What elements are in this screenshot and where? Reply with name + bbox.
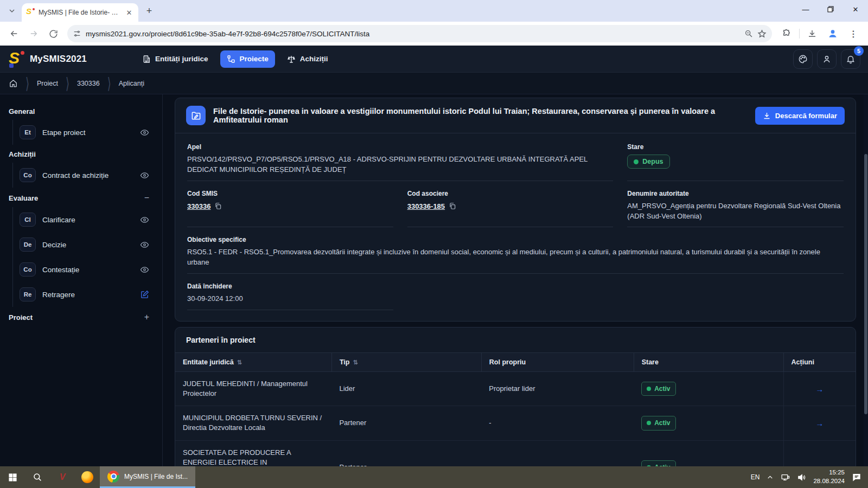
sidebar-item-contract-achizitie[interactable]: Co Contract de achiziție	[13, 163, 155, 188]
item-badge: Et	[20, 125, 36, 139]
open-partner-arrow[interactable]: →	[815, 419, 824, 428]
cell-rol: -	[481, 440, 634, 466]
nav-label: Achiziții	[300, 55, 328, 63]
taskbar-app-icon[interactable]: V	[50, 466, 75, 488]
data-inchidere-value: 30-09-2024 12:00	[187, 294, 393, 304]
action-center-icon[interactable]	[852, 472, 861, 482]
cod-smis-link[interactable]: 330336	[187, 202, 222, 210]
cod-asociere-link[interactable]: 330336-185	[407, 202, 456, 210]
browser-menu-icon[interactable]: ⋮	[844, 25, 863, 42]
tray-date: 28.08.2024	[813, 478, 845, 484]
download-form-button[interactable]: Descarcă formular	[755, 107, 845, 125]
sidebar-item-etape-proiect[interactable]: Et Etape proiect	[13, 120, 155, 145]
cell-entity: JUDETUL MEHEDINTI / Managementul Proiect…	[175, 371, 331, 406]
start-button[interactable]	[0, 466, 25, 488]
project-title: File de Istorie- punerea in valoare a ve…	[213, 107, 748, 124]
field-stare: Stare Depus	[627, 143, 844, 181]
address-bar[interactable]: mysmis2021.gov.ro/proiect/8d61c9be-35ab-…	[67, 25, 772, 42]
brand[interactable]: S MySMIS2021	[8, 50, 87, 68]
item-label: Etape proiect	[42, 129, 133, 137]
eye-icon[interactable]	[140, 128, 154, 137]
profile-avatar[interactable]	[824, 25, 842, 42]
tab-search-icon[interactable]	[4, 3, 20, 18]
section-title-achizitii: Achiziții	[9, 150, 36, 158]
window-close-button[interactable]: ✕	[843, 0, 868, 18]
stare-label: Stare	[627, 143, 844, 151]
downloads-icon[interactable]	[803, 25, 821, 42]
bookmark-star-icon[interactable]	[757, 29, 767, 38]
item-label: Retragere	[42, 291, 133, 299]
extensions-icon[interactable]	[777, 25, 796, 42]
cod-asociere-label: Cod asociere	[407, 190, 614, 197]
sort-icon[interactable]: ⇅	[353, 359, 358, 365]
field-apel: Apel PRSVO/142/PRSVO_P7/OP5/RSO5.1/PRSVO…	[187, 143, 613, 181]
header-actions: 5	[793, 49, 860, 69]
page-scrollbar[interactable]	[864, 94, 868, 466]
eye-icon[interactable]	[140, 215, 154, 224]
status-dot-icon	[647, 465, 651, 466]
nav-proiecte[interactable]: Proiecte	[220, 50, 275, 68]
forward-button[interactable]	[25, 25, 42, 42]
sort-icon[interactable]: ⇅	[237, 359, 242, 365]
new-tab-button[interactable]: +	[142, 3, 157, 18]
expand-plus-icon[interactable]: +	[144, 312, 152, 322]
table-row: MUNICIPIUL DROBETA TURNU SEVERIN / Direc…	[175, 406, 856, 440]
col-entitate-juridica[interactable]: Entitate juridică⇅	[175, 352, 331, 371]
col-tip[interactable]: Tip⇅	[331, 352, 481, 371]
col-actiuni: Acțiuni	[783, 352, 856, 371]
collapse-minus-icon[interactable]: −	[144, 193, 152, 203]
home-icon[interactable]	[9, 79, 18, 88]
sidebar-item-decizie[interactable]: De Decizie	[13, 232, 155, 257]
main-content: File de Istorie- punerea in valoare a ve…	[163, 94, 868, 466]
volume-icon[interactable]	[797, 473, 806, 482]
window-restore-button[interactable]	[818, 0, 843, 18]
zoom-icon[interactable]	[744, 29, 753, 38]
open-partner-arrow[interactable]: →	[815, 384, 824, 394]
chevron-separator: ⟩	[66, 74, 69, 93]
sidebar-item-contestatie[interactable]: Co Contestație	[13, 257, 155, 282]
scrollbar-thumb[interactable]	[864, 154, 867, 414]
building-icon	[142, 55, 151, 63]
edit-icon[interactable]	[140, 290, 154, 299]
site-settings-icon[interactable]	[73, 29, 81, 38]
notifications-button[interactable]: 5	[841, 49, 860, 69]
taskbar-active-chrome[interactable]: MySMIS | File de Ist...	[100, 466, 195, 488]
breadcrumb-item-330336[interactable]: 330336	[77, 80, 100, 87]
cell-rol: Proprietar lider	[481, 371, 634, 406]
back-button[interactable]	[5, 25, 23, 42]
breadcrumb-item-aplicanti[interactable]: Aplicanți	[119, 80, 144, 87]
tray-chevron-icon[interactable]	[767, 474, 774, 481]
window-minimize-button[interactable]: —	[793, 0, 818, 18]
eye-icon[interactable]	[140, 265, 154, 274]
nav-achizitii[interactable]: Achiziții	[280, 50, 335, 68]
main-nav: Entități juridice Proiecte Achiziții	[136, 50, 335, 68]
field-autoritate: Denumire autoritate AM_PRSVO_Agenția pen…	[627, 190, 844, 228]
data-inchidere-label: Dată închidere	[187, 282, 393, 290]
reload-button[interactable]	[44, 25, 62, 42]
network-icon[interactable]	[781, 473, 790, 482]
open-partner-arrow[interactable]: →	[815, 463, 824, 466]
toolbar-divider	[799, 29, 800, 38]
eye-icon[interactable]	[140, 240, 154, 249]
sidebar-item-retragere[interactable]: Re Retragere	[13, 282, 155, 307]
copy-icon[interactable]	[449, 202, 456, 210]
eye-icon[interactable]	[140, 171, 154, 180]
browser-tab[interactable]: S MySMIS | File de Istorie- puner ✕	[22, 3, 138, 22]
tab-close-icon[interactable]: ✕	[124, 8, 134, 17]
partners-title: Parteneri în proiect	[175, 328, 856, 352]
theme-palette-button[interactable]	[793, 49, 813, 69]
notification-badge: 5	[854, 46, 864, 56]
nav-label: Proiecte	[240, 55, 269, 63]
folder-pen-icon	[186, 106, 206, 125]
sidebar-item-clarificare[interactable]: Cl Clarificare	[13, 207, 155, 232]
taskbar-search-icon[interactable]	[25, 466, 50, 488]
language-indicator[interactable]: EN	[751, 473, 760, 481]
autoritate-label: Denumire autoritate	[627, 190, 844, 197]
taskbar-clock[interactable]: 15:25 28.08.2024	[813, 468, 845, 485]
firefox-icon[interactable]	[75, 466, 100, 488]
breadcrumb-item-proiect[interactable]: Proiect	[37, 80, 58, 87]
copy-icon[interactable]	[214, 202, 222, 210]
nav-entitati-juridice[interactable]: Entități juridice	[136, 50, 215, 68]
obiective-label: Obiective specifice	[187, 236, 844, 243]
account-button[interactable]	[817, 49, 837, 69]
